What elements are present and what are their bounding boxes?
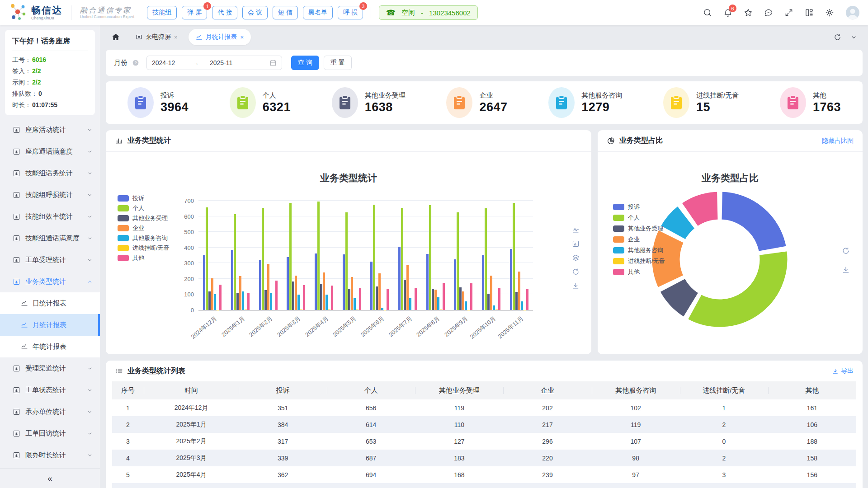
- bar[interactable]: [518, 272, 520, 310]
- bar[interactable]: [356, 310, 359, 310]
- bar[interactable]: [267, 264, 269, 310]
- bar[interactable]: [482, 255, 484, 310]
- bar[interactable]: [454, 259, 456, 310]
- bar[interactable]: [343, 254, 345, 310]
- legend-item[interactable]: 进线挂断/无音: [118, 243, 170, 253]
- layout-icon[interactable]: [805, 8, 814, 17]
- bar[interactable]: [275, 281, 278, 310]
- sidebar-item[interactable]: 座席通话满意度: [0, 141, 100, 162]
- reset-button[interactable]: 重 置: [324, 56, 352, 70]
- bar[interactable]: [398, 247, 401, 310]
- bar[interactable]: [328, 310, 330, 310]
- quick-button[interactable]: 会 议: [242, 6, 268, 19]
- bar[interactable]: [315, 253, 317, 310]
- bar[interactable]: [459, 287, 462, 310]
- tab-来电弹屏[interactable]: 来电弹屏×: [128, 29, 185, 45]
- fullscreen-icon[interactable]: [784, 8, 793, 17]
- sidebar-item[interactable]: 技能组呼损统计: [0, 184, 100, 206]
- bar[interactable]: [370, 262, 373, 310]
- bar-chart-tool-icon[interactable]: [572, 240, 580, 248]
- bar[interactable]: [513, 203, 515, 310]
- legend-item[interactable]: 其他服务咨询: [613, 245, 665, 256]
- search-button[interactable]: 查 询: [291, 56, 319, 70]
- bar[interactable]: [526, 289, 528, 310]
- bar[interactable]: [443, 283, 445, 310]
- sidebar-item[interactable]: 工单受理统计: [0, 249, 100, 271]
- bar[interactable]: [303, 285, 305, 310]
- donut-slice[interactable]: 投诉: 3964: [721, 191, 788, 253]
- donut-slice[interactable]: 个人: 6321: [687, 250, 788, 328]
- help-icon[interactable]: ?: [132, 59, 139, 66]
- legend-item[interactable]: 其他服务咨询: [118, 233, 170, 243]
- bar[interactable]: [245, 310, 247, 310]
- download-tool-icon[interactable]: [842, 266, 850, 274]
- bar[interactable]: [231, 250, 233, 310]
- phone-status-pill[interactable]: ☎ 空闲 - 13023456002: [379, 5, 478, 20]
- bar[interactable]: [515, 292, 518, 310]
- bar[interactable]: [432, 289, 434, 310]
- chevron-down-icon[interactable]: [850, 34, 857, 41]
- bar[interactable]: [203, 255, 205, 310]
- legend-item[interactable]: 企业: [613, 234, 665, 245]
- sidebar-subitem[interactable]: 年统计报表: [0, 336, 100, 357]
- bar[interactable]: [485, 208, 487, 310]
- bar[interactable]: [462, 291, 464, 310]
- bar[interactable]: [239, 276, 241, 310]
- bar[interactable]: [326, 295, 328, 310]
- legend-item[interactable]: 个人: [613, 212, 665, 223]
- quick-button[interactable]: 黑名单: [303, 6, 333, 19]
- bar[interactable]: [359, 288, 361, 310]
- legend-item[interactable]: 其他业务受理: [613, 223, 665, 234]
- quick-button[interactable]: 代 接: [212, 6, 237, 19]
- bar[interactable]: [289, 203, 292, 310]
- bar[interactable]: [259, 260, 261, 310]
- legend-item[interactable]: 其他业务受理: [118, 213, 170, 223]
- table-row[interactable]: 42025年3月339687183220982158: [112, 450, 856, 466]
- sidebar-item[interactable]: 受理渠道统计: [0, 357, 100, 379]
- bar[interactable]: [498, 288, 500, 310]
- bar[interactable]: [373, 205, 375, 310]
- close-icon[interactable]: ×: [174, 34, 178, 41]
- bar[interactable]: [490, 276, 492, 310]
- legend-item[interactable]: 进线挂断/无音: [613, 256, 665, 267]
- bar[interactable]: [495, 310, 498, 310]
- bar[interactable]: [378, 273, 381, 310]
- quick-button[interactable]: 呼 损3: [338, 6, 363, 19]
- message-icon[interactable]: [764, 8, 773, 17]
- line-chart-tool-icon[interactable]: [572, 226, 580, 234]
- bar[interactable]: [236, 293, 239, 310]
- sidebar-item[interactable]: 工单状态统计: [0, 379, 100, 401]
- bar[interactable]: [437, 297, 439, 310]
- sidebar-item[interactable]: 工单回访统计: [0, 422, 100, 444]
- export-button[interactable]: 导出: [832, 367, 854, 375]
- table-row[interactable]: 22025年1月3846141102171192106: [112, 416, 856, 433]
- bar[interactable]: [387, 289, 389, 310]
- bar[interactable]: [247, 293, 250, 310]
- bar[interactable]: [208, 291, 211, 310]
- bell-icon[interactable]: 6: [723, 8, 732, 17]
- table-row[interactable]: 52025年4月362694168239973156: [112, 466, 856, 483]
- tab-月统计报表[interactable]: 月统计报表×: [189, 29, 251, 45]
- quick-button[interactable]: 技能组: [147, 6, 177, 19]
- home-tab[interactable]: [107, 33, 125, 42]
- bar[interactable]: [493, 305, 495, 310]
- legend-item[interactable]: 投诉: [118, 193, 170, 203]
- bar[interactable]: [521, 301, 523, 310]
- quick-button[interactable]: 短 信: [273, 6, 298, 19]
- bar[interactable]: [409, 298, 411, 310]
- bar[interactable]: [440, 310, 442, 310]
- bar[interactable]: [351, 277, 353, 310]
- month-range-input[interactable]: 2024-12 → 2025-11: [146, 56, 282, 70]
- legend-item[interactable]: 其他: [613, 267, 665, 277]
- sidebar-item[interactable]: 技能组效率统计: [0, 206, 100, 227]
- bar[interactable]: [262, 208, 264, 310]
- bar[interactable]: [348, 289, 350, 310]
- bar[interactable]: [354, 298, 356, 310]
- bar[interactable]: [415, 288, 417, 310]
- bar[interactable]: [270, 293, 272, 310]
- bar[interactable]: [487, 294, 490, 310]
- bar[interactable]: [465, 301, 467, 310]
- bar[interactable]: [406, 265, 409, 310]
- bar[interactable]: [434, 290, 437, 310]
- refresh-icon[interactable]: [834, 33, 841, 41]
